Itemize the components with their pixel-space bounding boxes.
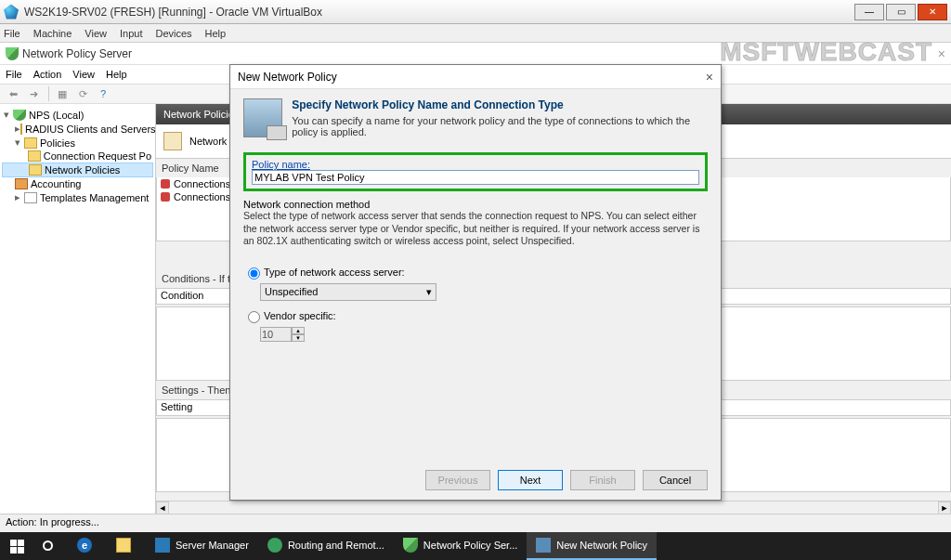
- tree-network-policies[interactable]: Network Policies: [2, 163, 153, 177]
- back-icon[interactable]: ⬅: [4, 85, 22, 102]
- tree-accounting[interactable]: Accounting: [2, 177, 153, 190]
- finish-button[interactable]: Finish: [570, 470, 635, 490]
- watermark-text: MSFTWEBCAST: [720, 37, 932, 67]
- dialog-buttons: Previous Next Finish Cancel: [425, 470, 708, 490]
- dialog-header: Specify Network Policy Name and Connecti…: [230, 89, 721, 147]
- scroll-right-icon[interactable]: ►: [938, 501, 951, 514]
- tree-root[interactable]: ▾NPS (Local): [2, 108, 153, 122]
- taskbar-new-policy[interactable]: New Network Policy: [527, 532, 657, 560]
- vbox-menu-devices[interactable]: Devices: [155, 28, 191, 39]
- forward-icon[interactable]: ➔: [24, 85, 43, 102]
- tree-policies[interactable]: ▾Policies: [2, 136, 153, 150]
- nas-type-combo[interactable]: Unspecified ▾: [260, 283, 436, 301]
- vbox-menu-file[interactable]: File: [4, 28, 20, 39]
- radio-type[interactable]: [248, 267, 260, 280]
- taskbar-explorer[interactable]: [107, 532, 146, 560]
- radio-vendor-row[interactable]: Vendor specific:: [243, 308, 708, 323]
- vbox-title: WS2K19-SRV02 (FRESH) [Running] - Oracle …: [24, 6, 853, 19]
- vbox-titlebar: WS2K19-SRV02 (FRESH) [Running] - Oracle …: [0, 0, 951, 24]
- taskbar-search[interactable]: [33, 532, 68, 560]
- toolbar-icon[interactable]: ▦: [53, 85, 72, 102]
- help-icon[interactable]: ?: [94, 85, 112, 102]
- vbox-menu-input[interactable]: Input: [120, 28, 142, 39]
- policy-name-label: Policy name:: [252, 159, 310, 170]
- policy-name-highlight: Policy name:: [243, 152, 708, 191]
- taskbar-routing[interactable]: Routing and Remot...: [258, 532, 394, 560]
- cancel-button[interactable]: Cancel: [643, 470, 708, 490]
- nps-menu-help[interactable]: Help: [106, 69, 127, 80]
- status-bar: Action: In progress...: [0, 514, 951, 532]
- nps-menu-view[interactable]: View: [72, 69, 95, 80]
- nps-icon: [6, 47, 19, 60]
- chevron-down-icon: ▾: [426, 286, 432, 298]
- dialog-title: New Network Policy: [238, 71, 337, 84]
- nps-menu-file[interactable]: File: [6, 69, 22, 80]
- taskbar: e Server Manager Routing and Remot... Ne…: [0, 532, 951, 560]
- taskbar-ie[interactable]: e: [68, 532, 107, 560]
- radio-type-label: Type of network access server:: [264, 267, 405, 278]
- nps-menu-action[interactable]: Action: [33, 69, 62, 80]
- close-button[interactable]: ✕: [918, 4, 947, 20]
- tree-conn-req[interactable]: Connection Request Po: [2, 150, 153, 163]
- virtualbox-icon: [4, 5, 19, 20]
- nps-close-icon[interactable]: ×: [938, 46, 945, 61]
- ncm-label: Network connection method: [243, 199, 708, 210]
- policy-name-input[interactable]: [252, 170, 699, 185]
- dialog-titlebar: New Network Policy ×: [230, 65, 721, 89]
- horizontal-scrollbar[interactable]: ◄ ►: [156, 501, 951, 514]
- start-button[interactable]: [0, 532, 33, 560]
- radio-type-row[interactable]: Type of network access server:: [243, 265, 708, 280]
- taskbar-server-manager[interactable]: Server Manager: [146, 532, 258, 560]
- tree-panel: ▾NPS (Local) ▸RADIUS Clients and Servers…: [0, 104, 156, 514]
- tree-radius[interactable]: ▸RADIUS Clients and Servers: [2, 122, 153, 136]
- vbox-menu-view[interactable]: View: [85, 28, 107, 39]
- scroll-icon: [163, 132, 182, 150]
- scroll-left-icon[interactable]: ◄: [156, 501, 169, 514]
- spin-up-icon[interactable]: ▲: [292, 327, 305, 334]
- radio-vendor-label: Vendor specific:: [264, 310, 336, 321]
- ncm-description: Select the type of network access server…: [243, 210, 708, 248]
- spin-down-icon[interactable]: ▼: [292, 334, 305, 342]
- dialog-close-icon[interactable]: ×: [706, 70, 713, 85]
- vendor-value-input[interactable]: [260, 327, 292, 342]
- next-button[interactable]: Next: [498, 470, 563, 490]
- dialog-subheading: You can specify a name for your network …: [292, 115, 708, 137]
- radio-vendor[interactable]: [248, 311, 260, 323]
- minimize-button[interactable]: —: [854, 4, 884, 20]
- previous-button[interactable]: Previous: [425, 470, 490, 490]
- dialog-heading: Specify Network Policy Name and Connecti…: [292, 98, 708, 111]
- maximize-button[interactable]: ▭: [886, 4, 916, 20]
- vendor-spinner[interactable]: ▲▼: [260, 327, 306, 342]
- refresh-icon[interactable]: ⟳: [73, 85, 92, 102]
- tree-templates[interactable]: ▸Templates Management: [2, 190, 153, 204]
- vbox-menu-machine[interactable]: Machine: [33, 28, 72, 39]
- vbox-menu-help[interactable]: Help: [205, 28, 227, 39]
- wizard-art-icon: [243, 98, 282, 137]
- taskbar-nps[interactable]: Network Policy Ser...: [394, 532, 527, 560]
- new-network-policy-dialog: New Network Policy × Specify Network Pol…: [229, 64, 722, 501]
